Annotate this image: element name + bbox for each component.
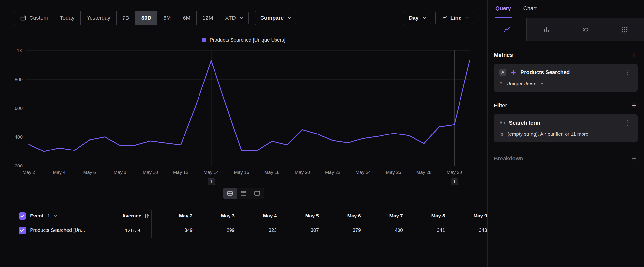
date-column-header[interactable]: May 2 [152,210,194,222]
tab-chart[interactable]: Chart [523,0,537,18]
layout-chart-and-table-button[interactable] [223,188,237,199]
date-column-headers: May 2May 3May 4May 5May 6May 7May 8May 9 [152,210,488,222]
layout-toggle-group [0,188,487,199]
sort-icon[interactable] [144,213,150,219]
event-sparkle-icon [510,69,516,76]
svg-text:May 24: May 24 [356,170,371,175]
date-column-header[interactable]: May 3 [194,210,236,222]
chevron-down-icon [422,16,426,19]
query-sidebar: Query Chart Metrics + [487,0,644,267]
svg-text:May 16: May 16 [234,170,249,175]
legend-swatch [202,38,206,42]
filter-operator[interactable]: Is [499,131,503,137]
event-count: 1 [47,213,50,219]
range-today[interactable]: Today [54,11,81,25]
add-filter-button[interactable]: + [630,102,638,109]
layout-table-only-button[interactable] [250,188,264,199]
svg-text:May 20: May 20 [295,170,310,175]
metrics-section-header: Metrics + [494,52,638,59]
chart-type-button[interactable]: Line [436,11,474,25]
top-pane-icon [240,191,246,196]
svg-text:May 30: May 30 [447,170,462,175]
layout-chart-only-button[interactable] [237,188,250,199]
svg-text:600: 600 [15,106,23,111]
metric-name: Products Searched [520,69,570,76]
filter-menu-button[interactable]: ⋮ [623,119,632,126]
range-30d[interactable]: 30D [136,11,158,25]
filter-card[interactable]: Aa Search term ⋮ Is (empty string), Air … [494,114,638,142]
metric-menu-button[interactable]: ⋮ [623,69,632,76]
range-7d[interactable]: 7D [116,11,136,25]
add-breakdown-button[interactable]: + [630,155,638,162]
viz-tab-flows[interactable] [566,18,605,41]
aggregation-select[interactable]: Unique Users [506,81,536,86]
bottom-pane-icon [254,191,260,196]
event-header-cell: Event 1 [19,210,92,222]
cell-value: 343 [446,222,488,238]
viz-tab-bar[interactable] [526,18,566,41]
event-header-label: Event [30,213,43,219]
chart-section: Products Searched [Unique Users] 1K80060… [0,37,487,200]
event-row-cell: Products Searched [Un... [19,222,92,238]
svg-text:May 18: May 18 [264,170,280,175]
range-label: Custom [29,15,48,21]
line-chart[interactable]: 1K80060040020011May 2May 4May 6May 8May … [10,43,477,191]
svg-text:May 10: May 10 [143,170,158,175]
svg-text:May 4: May 4 [53,170,66,175]
date-column-header[interactable]: May 7 [362,210,404,222]
sidebar-content: Metrics + A Products Searched ⋮ # Unique… [488,41,644,162]
range-label: Yesterday [86,15,110,21]
calendar-icon [20,15,26,21]
average-value-cell: 426.9 [92,222,152,238]
chevron-down-icon [288,16,291,19]
sidebar-tabs: Query Chart [488,0,644,18]
visualization-tabs [488,18,644,41]
select-all-checkbox[interactable] [19,212,26,220]
chart-legend[interactable]: Products Searched [Unique Users] [0,37,487,43]
date-column-header[interactable]: May 4 [236,210,278,222]
metric-card[interactable]: A Products Searched ⋮ # Unique Users [494,64,638,92]
filter-value[interactable]: (empty string), Air purifier, or 11 more [508,131,589,137]
granularity-button[interactable]: Day [403,11,431,25]
svg-text:1: 1 [210,179,212,184]
hash-icon: # [499,81,502,86]
row-checkbox[interactable] [19,227,26,234]
svg-text:May 14: May 14 [204,170,219,175]
viz-tab-insights[interactable] [488,18,526,41]
add-metric-button[interactable]: + [630,52,638,59]
dots-grid-icon [621,26,628,33]
table-header-row: Event 1 Average May 2May 3May 4May 5May … [0,210,487,222]
legend-label: Products Searched [Unique Users] [210,37,285,43]
range-label: 7D [122,15,130,21]
cell-value: 400 [362,222,404,238]
date-column-header[interactable]: May 6 [320,210,362,222]
range-yesterday[interactable]: Yesterday [81,11,116,25]
range-12m[interactable]: 12M [196,11,219,25]
range-xtd[interactable]: XTD [219,11,248,25]
value-cells: 349299323307379400341343 [152,222,488,238]
range-6m[interactable]: 6M [177,11,197,25]
filter-condition-row: Is (empty string), Air purifier, or 11 m… [499,131,632,137]
chevron-down-icon [240,16,243,19]
average-header[interactable]: Average [92,210,152,222]
svg-text:800: 800 [15,77,23,82]
granularity-label: Day [408,15,418,21]
compare-button[interactable]: Compare [254,11,296,25]
svg-text:May 26: May 26 [386,170,401,175]
cell-value: 341 [404,222,446,238]
event-dropdown[interactable] [54,216,56,216]
svg-text:1K: 1K [17,48,23,53]
app: CustomTodayYesterday7D30D3M6M12MXTD Comp… [0,0,644,267]
metrics-heading: Metrics [494,52,513,58]
flows-icon [582,26,589,33]
tab-query[interactable]: Query [495,0,512,18]
range-custom[interactable]: Custom [14,11,54,25]
date-column-header[interactable]: May 5 [278,210,320,222]
date-range-group: CustomTodayYesterday7D30D3M6M12MXTD [14,11,249,25]
split-horizontal-icon [227,191,233,196]
viz-tab-retention[interactable] [605,18,644,41]
text-property-icon: Aa [499,120,505,126]
range-3m[interactable]: 3M [158,11,177,25]
date-column-header[interactable]: May 8 [404,210,446,222]
date-column-header[interactable]: May 9 [446,210,488,222]
